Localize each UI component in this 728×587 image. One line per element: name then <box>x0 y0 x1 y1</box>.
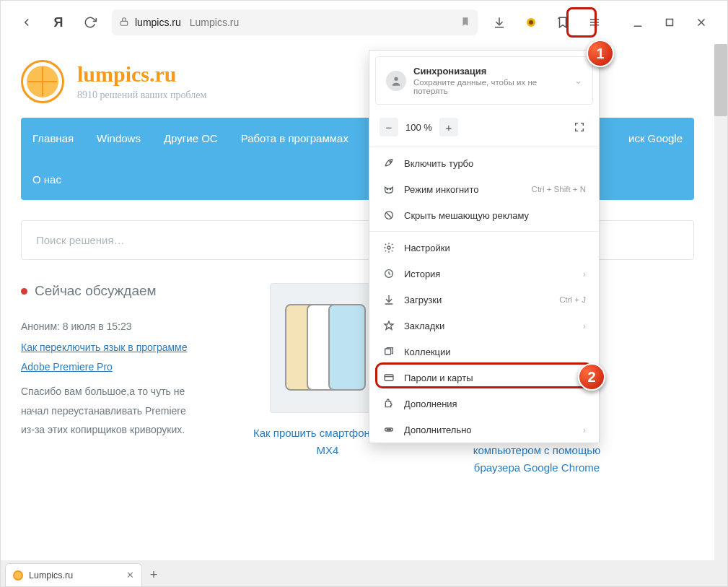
svg-point-16 <box>387 246 390 249</box>
bookmark-icon[interactable] <box>460 17 470 29</box>
address-domain: lumpics.ru <box>135 17 181 28</box>
favicon-icon <box>13 570 23 581</box>
live-dot-icon <box>21 288 27 295</box>
nav-item-home[interactable]: Главная <box>21 118 85 159</box>
menu-item-label: Включить турбо <box>404 158 586 169</box>
menu-item-block[interactable]: Скрыть мешающую рекламу <box>369 202 599 228</box>
close-tab-button[interactable]: ✕ <box>126 570 134 581</box>
fullscreen-button[interactable] <box>570 118 589 136</box>
nav-item-other-os[interactable]: Другие ОС <box>152 118 229 159</box>
svg-line-15 <box>386 212 392 218</box>
svg-rect-0 <box>120 21 127 25</box>
menu-sync-row[interactable]: Синхронизация Сохраните данные, чтобы их… <box>375 56 593 105</box>
menu-item-label: Скрыть мешающую рекламу <box>404 210 586 221</box>
menu-item-shortcut: Ctrl + Shift + N <box>532 185 586 194</box>
zoom-out-button[interactable]: − <box>380 118 398 136</box>
close-window-button[interactable] <box>687 8 716 37</box>
menu-item-download[interactable]: ЗагрузкиCtrl + J <box>369 287 599 313</box>
svg-point-23 <box>388 429 389 430</box>
svg-point-13 <box>390 188 390 189</box>
chevron-right-icon: › <box>583 321 586 331</box>
gear-icon <box>382 241 395 254</box>
browser-tab[interactable]: Lumpics.ru ✕ <box>5 563 142 586</box>
menu-item-label: Коллекции <box>404 347 586 357</box>
svg-rect-18 <box>385 349 391 355</box>
back-button[interactable] <box>12 8 41 37</box>
svg-point-24 <box>390 429 390 430</box>
menu-zoom-row: − 100 % + <box>369 110 599 144</box>
comment-body: Спасибо вам большое,а то чуть не начал п… <box>21 382 201 440</box>
menu-item-label: Настройки <box>404 243 586 253</box>
page-content: lumpics.ru 8910 решений ваших проблем Гл… <box>1 44 714 560</box>
menu-button[interactable] <box>580 8 609 37</box>
menu-item-star[interactable]: Закладки› <box>369 313 599 339</box>
reload-button[interactable] <box>76 8 105 37</box>
menu-item-puzzle[interactable]: Дополнения <box>369 391 599 417</box>
site-logo[interactable] <box>21 60 64 103</box>
nav-item-google[interactable]: иск Google <box>617 118 694 159</box>
svg-point-11 <box>390 161 391 162</box>
callout-badge-1: 1 <box>587 40 614 67</box>
puzzle-icon <box>382 397 395 410</box>
tab-strip: Lumpics.ru ✕ + <box>1 560 727 586</box>
download-icon <box>382 293 395 306</box>
comment-link[interactable]: Как переключить язык в программе Adobe P… <box>21 338 201 376</box>
menu-item-label: Загрузки <box>404 295 551 305</box>
menu-item-card[interactable]: Пароли и карты <box>369 365 599 391</box>
site-title[interactable]: lumpics.ru <box>77 62 206 87</box>
svg-point-22 <box>387 429 387 430</box>
browser-toolbar: Я lumpics.ru Lumpics.ru <box>1 1 727 44</box>
comment-author: Аноним: 8 июля в 15:23 <box>21 321 201 332</box>
article-thumbnail <box>270 283 385 413</box>
menu-item-label: Дополнения <box>404 399 586 409</box>
yandex-home-button[interactable]: Я <box>44 8 73 37</box>
svg-point-12 <box>387 188 387 189</box>
zoom-value: 100 % <box>405 122 432 133</box>
maximize-button[interactable] <box>655 8 684 37</box>
svg-point-2 <box>529 20 533 25</box>
chevron-down-icon: ⌄ <box>574 75 582 86</box>
sidebar-heading: Сейчас обсуждаем <box>35 283 157 299</box>
tab-title: Lumpics.ru <box>29 570 120 581</box>
extension-button[interactable] <box>517 8 545 37</box>
card-icon <box>382 371 395 384</box>
sync-subtitle: Сохраните данные, чтобы их не потерять <box>413 78 567 95</box>
svg-rect-7 <box>667 19 673 26</box>
menu-item-label: Дополнительно <box>404 425 574 435</box>
menu-item-clock[interactable]: История› <box>369 261 599 287</box>
minimize-button[interactable] <box>623 8 652 37</box>
menu-item-layers[interactable]: Коллекции <box>369 339 599 365</box>
svg-rect-19 <box>385 375 393 381</box>
site-tagline: 8910 решений ваших проблем <box>77 90 206 101</box>
menu-item-rocket[interactable]: Включить турбо <box>369 150 599 176</box>
menu-item-label: Режим инкогнито <box>404 184 523 195</box>
lock-icon <box>119 17 129 29</box>
zoom-in-button[interactable]: + <box>439 118 458 136</box>
nav-item-programs[interactable]: Работа в программах <box>229 118 360 159</box>
menu-item-gear[interactable]: Настройки <box>369 235 599 261</box>
chevron-right-icon: › <box>583 425 586 435</box>
layers-icon <box>382 345 395 358</box>
scrollbar-thumb[interactable] <box>714 44 727 116</box>
mask-icon <box>382 183 395 196</box>
menu-item-dots[interactable]: Дополнительно› <box>369 417 599 443</box>
scrollbar[interactable] <box>714 44 727 560</box>
discussion-sidebar: Сейчас обсуждаем Аноним: 8 июля в 15:23 … <box>21 283 201 477</box>
svg-point-10 <box>394 77 398 80</box>
dots-icon <box>382 423 395 436</box>
menu-item-label: Пароли и карты <box>404 373 586 383</box>
menu-item-label: История <box>404 269 574 279</box>
address-title: Lumpics.ru <box>190 17 239 28</box>
new-tab-button[interactable]: + <box>142 563 165 586</box>
sync-title: Синхронизация <box>413 66 567 77</box>
address-bar[interactable]: lumpics.ru Lumpics.ru <box>112 9 478 35</box>
downloads-button[interactable] <box>485 8 514 37</box>
menu-item-shortcut: Ctrl + J <box>559 295 586 304</box>
star-icon <box>382 319 395 332</box>
rocket-icon <box>382 157 395 170</box>
nav-item-about[interactable]: О нас <box>21 159 73 200</box>
menu-item-mask[interactable]: Режим инкогнитоCtrl + Shift + N <box>369 176 599 202</box>
block-icon <box>382 209 395 222</box>
collections-button[interactable] <box>548 8 577 37</box>
nav-item-windows[interactable]: Windows <box>85 118 152 159</box>
